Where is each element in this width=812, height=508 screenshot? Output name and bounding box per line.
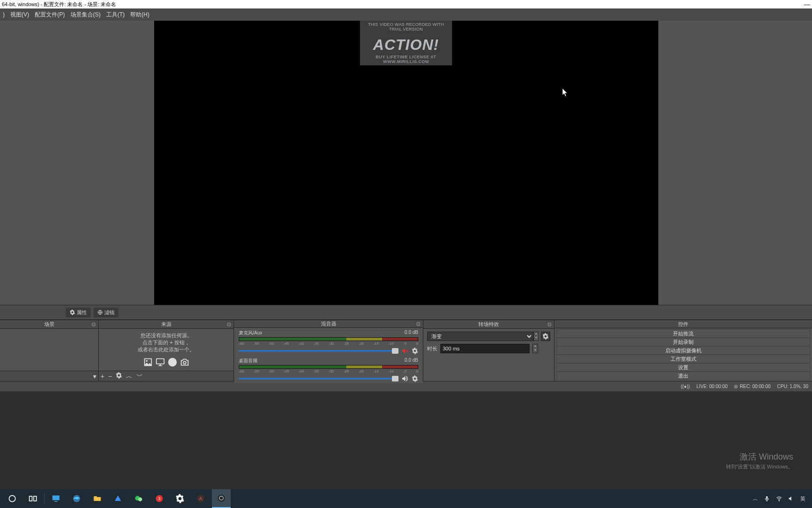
mixer-mic-ticks: -60-55-50-45-40-35-30-25-20-15-10-50 — [239, 341, 418, 346]
minimize-button[interactable]: — — [804, 1, 810, 8]
status-rec: REC: 00:00:00 — [740, 384, 771, 389]
transition-duration-spin[interactable]: ▲▼ — [532, 344, 538, 353]
window-title: 64-bit, windows) - 配置文件: 未命名 - 场景: 未命名 — [2, 1, 116, 8]
scenes-filter-button[interactable]: ▾ — [93, 373, 96, 380]
transition-select-spin[interactable]: ▲▼ — [533, 332, 539, 341]
sources-popout-icon[interactable]: ⊡ — [227, 322, 231, 327]
remove-source-button[interactable]: − — [108, 373, 112, 380]
mixer-desktop-slider[interactable] — [239, 378, 398, 380]
mixer-mic-mute-button[interactable] — [401, 347, 409, 355]
add-source-button[interactable]: + — [101, 373, 104, 380]
mixer-desktop-label: 桌面音频 — [239, 357, 258, 364]
taskbar-app-obs[interactable] — [212, 489, 231, 508]
mixer-desktop-ticks: -60-55-50-45-40-35-30-25-20-15-10-50 — [239, 369, 418, 373]
status-rec-dot-icon — [734, 385, 738, 389]
menu-view[interactable]: 视图(V) — [10, 11, 29, 19]
task-view-button[interactable] — [23, 489, 42, 508]
sources-empty-line3: 或者右击此处添加一个。 — [138, 346, 195, 353]
trial-logo: ACTION! BUY LIFETIME LICENSE AT WWW.MIRI… — [363, 36, 449, 64]
source-settings-button[interactable] — [116, 372, 122, 380]
taskbar-app-settings[interactable] — [171, 489, 189, 508]
tray-volume-icon[interactable] — [788, 495, 795, 502]
tray-mic-icon[interactable] — [764, 495, 770, 502]
menu-tools[interactable]: 工具(T) — [106, 11, 125, 19]
windows-activation-watermark: 激活 Windows 转到"设置"以激活 Windows。 — [726, 451, 794, 470]
mixer-channel-mic: 麦克风/Aux 0.0 dB -60-55-50-45-40-35-30-25-… — [234, 329, 423, 355]
transition-select[interactable]: 渐变 — [427, 332, 533, 341]
svg-point-20 — [779, 500, 779, 501]
mixer-desktop-meter — [239, 365, 418, 369]
start-record-button[interactable]: 开始录制 — [556, 338, 810, 346]
transitions-dock: 转场特效 ⊡ 渐变 ▲▼ 时长 ▲▼ — [423, 320, 554, 381]
taskbar-app-desktop[interactable] — [47, 489, 65, 508]
taskbar-app-explorer[interactable] — [88, 489, 107, 508]
taskbar-app-wechat[interactable] — [129, 489, 148, 508]
settings-button[interactable]: 设置 — [556, 363, 810, 372]
taskbar-app-feishu[interactable] — [109, 489, 127, 508]
menu-help[interactable]: 帮助(H) — [130, 11, 149, 19]
svg-point-1 — [146, 360, 148, 362]
menu-profile[interactable]: 配置文件(P) — [35, 11, 65, 19]
svg-rect-6 — [30, 496, 32, 501]
sources-dock: 来源 ⊡ 您还没有添加任何源。 点击下面的 + 按钮， 或者右击此处添加一个。 … — [99, 320, 234, 381]
filters-button[interactable]: 滤镜 — [94, 308, 118, 318]
move-source-down-button[interactable]: ﹀ — [136, 372, 143, 381]
studio-mode-button[interactable]: 工作室模式 — [556, 355, 810, 363]
menu-file-trunc[interactable]: ) — [3, 11, 5, 18]
mixer-mic-label: 麦克风/Aux — [239, 330, 262, 336]
svg-rect-8 — [53, 495, 60, 500]
tray-chevron-up-icon[interactable]: ︿ — [753, 495, 758, 502]
svg-rect-19 — [766, 496, 768, 500]
mixer-mic-level: 0.0 dB — [405, 330, 418, 336]
camera-source-icon — [180, 357, 190, 367]
mixer-mic-slider[interactable] — [239, 350, 398, 352]
mixer-desktop-mute-button[interactable] — [401, 375, 409, 382]
menu-scene-collection[interactable]: 场景集合(S) — [70, 11, 101, 19]
trial-top: THIS VIDEO WAS RECORDED WITH TRIAL VERSI… — [363, 22, 449, 32]
preview-canvas[interactable]: THIS VIDEO WAS RECORDED WITH TRIAL VERSI… — [154, 21, 658, 305]
svg-point-12 — [138, 498, 142, 501]
scenes-list[interactable] — [0, 329, 98, 371]
mixer-desktop-settings-button[interactable] — [412, 375, 418, 382]
context-toolbar: 属性 滤镜 — [0, 305, 812, 320]
controls-dock: 控件 开始推流 开始录制 启动虚拟摄像机 工作室模式 设置 退出 — [554, 320, 812, 381]
mixer-mic-settings-button[interactable] — [412, 348, 418, 354]
exit-button[interactable]: 退出 — [556, 372, 810, 380]
scenes-header: 场景 ⊡ — [0, 320, 98, 329]
start-stream-button[interactable]: 开始推流 — [556, 329, 810, 338]
scenes-dock: 场景 ⊡ ▾ — [0, 320, 99, 381]
tray-ime[interactable]: 英 — [800, 495, 805, 502]
taskbar: 3 A ︿ 英 — [0, 489, 812, 508]
transition-duration-label: 时长 — [427, 345, 437, 352]
properties-button[interactable]: 属性 — [66, 308, 91, 318]
transitions-header: 转场特效 ⊡ — [423, 320, 554, 329]
transition-duration-input[interactable] — [440, 344, 530, 353]
controls-header: 控件 — [554, 320, 812, 328]
tray-wifi-icon[interactable] — [776, 495, 782, 502]
mixer-header: 混音器 ⊡ — [234, 320, 423, 328]
svg-point-5 — [9, 495, 15, 501]
window-titlebar: 64-bit, windows) - 配置文件: 未命名 - 场景: 未命名 — — [0, 0, 812, 8]
mixer-dock: 混音器 ⊡ 麦克风/Aux 0.0 dB -60-55-50-45-40-35-… — [234, 320, 423, 381]
taskbar-app-action[interactable]: A — [191, 489, 210, 508]
transitions-popout-icon[interactable]: ⊡ — [547, 322, 551, 327]
start-button[interactable] — [3, 489, 22, 508]
taskbar-app-red[interactable]: 3 — [150, 489, 169, 508]
display-source-icon — [155, 357, 165, 367]
preview-area: THIS VIDEO WAS RECORDED WITH TRIAL VERSI… — [0, 21, 812, 305]
move-source-up-button[interactable]: ︿ — [126, 372, 133, 381]
taskbar-app-edge[interactable] — [67, 489, 86, 508]
sources-empty-line2: 点击下面的 + 按钮， — [142, 339, 190, 346]
mixer-popout-icon[interactable]: ⊡ — [416, 321, 420, 326]
transition-settings-button[interactable] — [541, 332, 550, 341]
svg-rect-2 — [156, 359, 164, 364]
globe-source-icon — [167, 357, 178, 367]
start-virtualcam-button[interactable]: 启动虚拟摄像机 — [556, 346, 810, 355]
status-cpu: CPU: 1.0%, 30 — [777, 384, 808, 389]
sources-header: 来源 ⊡ — [99, 320, 234, 329]
scenes-popout-icon[interactable]: ⊡ — [92, 322, 95, 327]
svg-text:3: 3 — [158, 496, 161, 501]
taskbar-separator — [44, 492, 45, 505]
mixer-channel-desktop: 桌面音频 0.0 dB -60-55-50-45-40-35-30-25-20-… — [234, 357, 423, 382]
sources-list[interactable]: 您还没有添加任何源。 点击下面的 + 按钮， 或者右击此处添加一个。 — [99, 329, 234, 371]
